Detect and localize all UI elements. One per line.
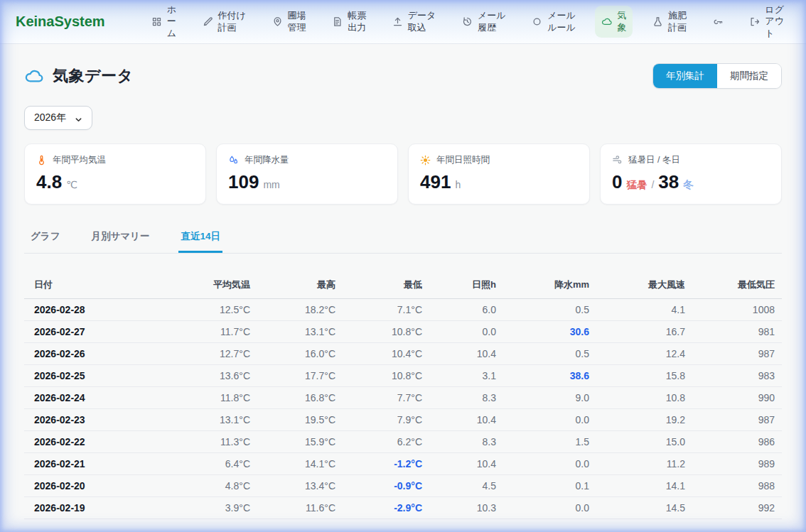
cell-sun: 8.3 (429, 431, 503, 453)
nav-item-9[interactable] (706, 12, 730, 31)
cell-avg: 4.8°C (178, 475, 257, 497)
cell-max: 19.5°C (257, 409, 343, 431)
nav-item-label: 帳票 出力 (348, 10, 366, 33)
cell-min: -1.2°C (343, 453, 429, 475)
column-header: 最低気圧 (692, 272, 782, 299)
raindrops-icon (228, 155, 239, 165)
cell-date: 2026-02-28 (24, 299, 178, 321)
stats-row: 年間平均気温 4.8 ℃ 年間降水量 109 mm (24, 143, 782, 205)
cell-pressure: 983 (692, 365, 782, 387)
cell-wind: 10.8 (596, 387, 692, 409)
cell-max: 16.0°C (257, 343, 343, 365)
nav-item-6[interactable]: メール ルール (525, 6, 582, 38)
cold-days-label: 冬 (683, 178, 694, 192)
table-row: 2026-02-2612.7°C16.0°C10.4°C10.40.512.49… (24, 343, 782, 365)
tab-0[interactable]: グラフ (28, 224, 62, 253)
cell-date: 2026-02-27 (24, 321, 178, 343)
cell-max: 15.9°C (257, 431, 343, 453)
cell-date: 2026-02-21 (24, 453, 178, 475)
period-select-button[interactable]: 期間指定 (717, 64, 781, 88)
cell-min: 7.9°C (343, 409, 429, 431)
cell-pressure: 988 (692, 475, 782, 497)
flask-icon (652, 16, 663, 27)
cell-pressure: 986 (692, 431, 782, 453)
nav-item-0[interactable]: ホ ー ム (145, 0, 183, 43)
stat-label: 年間日照時間 (436, 154, 490, 166)
tab-2[interactable]: 直近14日 (178, 224, 222, 253)
cell-wind: 12.4 (596, 343, 692, 365)
table-row: 2026-02-2211.3°C15.9°C6.2°C8.31.515.0986 (24, 431, 782, 453)
cell-date: 2026-02-19 (24, 497, 178, 519)
table-header-row: 日付平均気温最高最低日照h降水mm最大風速最低気圧 (24, 272, 782, 299)
nav-item-2[interactable]: 圃場 管理 (266, 6, 313, 38)
cell-pressure: 989 (692, 453, 782, 475)
table-row: 2026-02-2313.1°C19.5°C7.9°C10.40.019.298… (24, 409, 782, 431)
nav-item-10[interactable]: ログ アウ ト (743, 0, 790, 43)
app-logo: KeinaSystem (16, 13, 105, 30)
cell-avg: 11.7°C (178, 321, 257, 343)
title-left: 気象データ (24, 65, 134, 87)
cell-avg: 11.3°C (178, 431, 257, 453)
cell-rain: 0.0 (503, 453, 596, 475)
cell-max: 16.8°C (257, 387, 343, 409)
history-icon (462, 16, 473, 27)
grid-icon (151, 16, 162, 27)
stat-value: 4.8 (36, 171, 62, 193)
cell-avg: 12.7°C (178, 343, 257, 365)
nav-item-5[interactable]: メール 履歴 (456, 6, 512, 38)
separator: / (651, 179, 654, 190)
mail-rule-icon (532, 16, 542, 27)
stat-label: 猛暑日 / 冬日 (628, 154, 680, 166)
cell-wind: 14.1 (596, 475, 692, 497)
chevron-down-icon (75, 114, 82, 122)
nav-item-8[interactable]: 施肥 計画 (646, 6, 693, 38)
nav-item-label: ホ ー ム (167, 4, 176, 39)
cell-rain: 1.5 (503, 431, 596, 453)
stat-card-sunshine: 年間日照時間 491 h (408, 143, 590, 205)
nav-item-1[interactable]: 作付け 計画 (196, 6, 252, 38)
cell-sun: 8.3 (429, 387, 503, 409)
cell-pressure: 981 (692, 321, 782, 343)
cloud-icon (24, 67, 43, 86)
main-content: 気象データ 年別集計 期間指定 2026年 年間平均気温 (0, 63, 806, 519)
cell-min: 10.4°C (343, 343, 429, 365)
cell-date: 2026-02-24 (24, 387, 178, 409)
year-select[interactable]: 2026年 (24, 106, 92, 130)
tab-1[interactable]: 月別サマリー (89, 224, 151, 253)
column-header: 日照h (429, 272, 503, 299)
cell-date: 2026-02-22 (24, 431, 178, 453)
stat-unit: ℃ (66, 179, 77, 190)
pencil-icon (203, 16, 213, 27)
nav-item-7[interactable]: 気 象 (595, 6, 633, 38)
nav-items: ホ ー ム作付け 計画圃場 管理帳票 出力データ 取込メール 履歴メール ルール… (145, 0, 790, 43)
table-row: 2026-02-204.8°C13.4°C-0.9°C4.50.114.1988 (24, 475, 782, 497)
nav-item-label: メール ルール (547, 10, 576, 33)
nav-item-label: 施肥 計画 (668, 10, 687, 33)
cell-max: 13.4°C (257, 475, 343, 497)
cell-rain: 0.1 (503, 475, 596, 497)
nav-item-3[interactable]: 帳票 出力 (326, 6, 372, 38)
key-icon (713, 16, 724, 27)
cell-pressure: 1008 (692, 299, 782, 321)
hot-days-label: 猛暑 (626, 178, 647, 192)
cell-date: 2026-02-23 (24, 409, 178, 431)
column-header: 最高 (257, 272, 343, 299)
column-header: 日付 (24, 272, 178, 299)
nav-item-label: 圃場 管理 (288, 10, 306, 33)
table-row: 2026-02-2711.7°C13.1°C10.8°C0.030.616.79… (24, 321, 782, 343)
cell-min: -0.9°C (343, 475, 429, 497)
yearly-summary-button[interactable]: 年別集計 (653, 64, 717, 88)
cell-wind: 16.7 (596, 321, 692, 343)
table-row: 2026-02-193.9°C11.6°C-2.9°C10.30.014.599… (24, 497, 782, 519)
document-icon (332, 16, 343, 27)
cell-pressure: 992 (692, 497, 782, 519)
recent-weather-table: 日付平均気温最高最低日照h降水mm最大風速最低気圧 2026-02-2812.5… (24, 272, 782, 519)
cell-sun: 10.3 (429, 497, 503, 519)
nav-item-4[interactable]: データ 取込 (386, 6, 443, 38)
cell-wind: 15.8 (596, 365, 692, 387)
cell-rain: 30.6 (503, 321, 596, 343)
cell-date: 2026-02-25 (24, 365, 178, 387)
cell-rain: 0.0 (503, 409, 596, 431)
cell-avg: 13.6°C (178, 365, 257, 387)
nav-item-label: 作付け 計画 (218, 10, 246, 33)
